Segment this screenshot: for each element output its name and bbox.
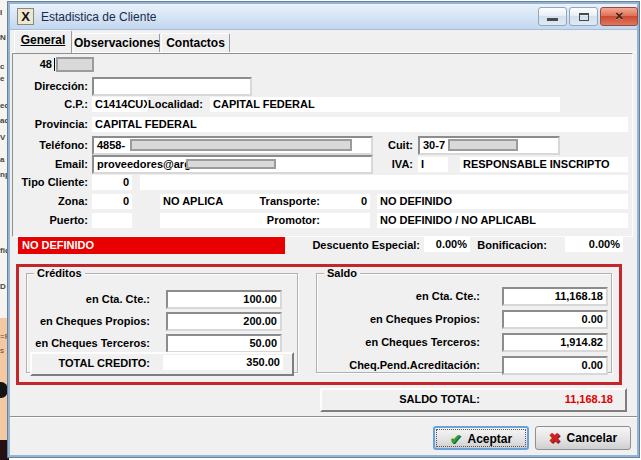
cuit-label: Cuit:: [340, 138, 413, 153]
status-banner: NO DEFINIDO: [18, 237, 285, 254]
telefono-field[interactable]: 4858-: [92, 136, 373, 155]
email-redaction: [186, 159, 276, 169]
saldo-cta-cte-field[interactable]: 11,168.18: [502, 287, 608, 306]
redaction-caret: [54, 58, 55, 71]
separator: [10, 416, 637, 418]
saldo-total-label: SALDO TOTAL:: [320, 392, 480, 407]
cancelar-button-label: Cancelar: [567, 431, 618, 445]
bg-text-fragment: a: [0, 155, 4, 164]
puerto-label: Puerto:: [10, 213, 88, 228]
window-title: Estadistica de Cliente: [41, 10, 156, 24]
saldo-cheques-terceros-field[interactable]: 1,914.82: [502, 333, 608, 352]
creditos-cheques-terceros-label: en Cheques Terceros:: [26, 336, 150, 351]
bg-text-fragment: N: [0, 33, 6, 42]
saldo-cheques-propios-label: en Cheques Propios:: [316, 312, 480, 327]
saldo-cta-cte-label: en Cta. Cte.:: [316, 289, 480, 304]
total-credito-label: TOTAL CREDITO:: [36, 356, 150, 371]
bonificacion-field[interactable]: 0.00%: [565, 237, 623, 252]
creditos-cta-cte-field[interactable]: 100.00: [166, 290, 282, 309]
creditos-group-title: Créditos: [34, 267, 85, 280]
creditos-cheques-terceros-field[interactable]: 50.00: [166, 334, 282, 353]
close-button[interactable]: ✕: [600, 7, 638, 26]
tab-general-label: General: [21, 33, 66, 47]
email-label: Email:: [10, 157, 88, 172]
iva-label: IVA:: [340, 157, 413, 172]
cuit-value: 30-7: [423, 139, 445, 151]
tab-observaciones-label: Observaciones: [74, 36, 160, 50]
promotor-desc-field[interactable]: NO DEFINIDO / NO APLICABL: [377, 213, 628, 228]
puerto-code-field[interactable]: [92, 213, 132, 228]
focus-rect: [436, 429, 526, 447]
iva-code-field[interactable]: I: [418, 157, 448, 172]
creditos-cheques-propios-field[interactable]: 200.00: [166, 312, 282, 331]
x-icon: ✖: [549, 430, 561, 446]
promotor-label: Promotor:: [250, 213, 320, 228]
saldo-cheques-propios-field[interactable]: 0.00: [502, 310, 608, 329]
cp-label: C.P.:: [10, 97, 88, 112]
tipo-cliente-field[interactable]: 0: [92, 175, 132, 190]
tab-contactos-label: Contactos: [166, 36, 225, 50]
tipo-cliente-label: Tipo Cliente:: [10, 175, 88, 190]
window-titlebar[interactable]: X Estadistica de Cliente ✕: [10, 4, 637, 30]
aceptar-button[interactable]: ✔Aceptar: [433, 426, 529, 450]
email-field[interactable]: proveedores@arg: [92, 155, 373, 174]
zona-code-field[interactable]: 0: [92, 194, 132, 209]
saldo-cheq-pend-acreditacion-field[interactable]: 0.00: [502, 356, 608, 375]
localidad-label: Localidad:: [110, 97, 203, 112]
minimize-button[interactable]: [538, 7, 567, 26]
descuento-especial-label: Descuento Especial:: [300, 238, 420, 253]
email-value: proveedores@arg: [97, 158, 191, 170]
promotor-code-field[interactable]: [330, 213, 370, 228]
tab-general[interactable]: General: [14, 30, 72, 53]
direccion-label: Dirección:: [10, 79, 88, 94]
transporte-label: Transporte:: [250, 194, 320, 209]
maximize-button[interactable]: [569, 7, 598, 26]
bonificacion-label: Bonificacion:: [475, 238, 547, 253]
tab-contactos[interactable]: Contactos: [161, 33, 230, 53]
maximize-icon: [579, 13, 589, 21]
provincia-field[interactable]: CAPITAL FEDERAL: [92, 117, 628, 132]
transporte-code-field[interactable]: 0: [330, 194, 370, 209]
telefono-redaction: [130, 139, 352, 151]
saldo-cheq-pend-acreditacion-label: Cheq.Pend.Acreditación:: [316, 358, 480, 373]
tab-observaciones[interactable]: Observaciones: [73, 33, 160, 53]
creditos-cheques-propios-label: en Cheques Propios:: [26, 314, 150, 329]
transporte-desc-field[interactable]: NO DEFINIDO: [377, 194, 628, 209]
tipo-cliente-desc-field[interactable]: [140, 175, 628, 190]
bg-text-fragment: c: [0, 62, 4, 71]
estadistica-de-cliente-dialog: X Estadistica de Cliente ✕ General Obser…: [8, 2, 639, 457]
descuento-especial-field[interactable]: 0.00%: [424, 237, 470, 252]
total-credito-field: 350.00: [163, 355, 283, 370]
bg-text-fragment: s: [0, 346, 4, 355]
zona-label: Zona:: [10, 194, 88, 209]
localidad-field[interactable]: CAPITAL FEDERAL: [210, 97, 560, 112]
cuit-redaction: [448, 139, 518, 151]
window-x-icon: X: [17, 8, 34, 25]
telefono-label: Teléfono:: [10, 138, 88, 153]
bg-text-fragment: V: [0, 133, 5, 142]
bg-text-fragment: D: [0, 282, 6, 291]
saldo-total-value: 11,168.18: [510, 392, 613, 407]
bg-text-fragment: I: [0, 8, 2, 17]
cuit-field[interactable]: 30-7: [418, 136, 560, 155]
close-icon: ✕: [601, 10, 637, 23]
provincia-label: Provincia:: [10, 117, 88, 132]
iva-desc-field[interactable]: RESPONSABLE INSCRIPTO: [460, 157, 628, 172]
direccion-field[interactable]: [92, 77, 252, 96]
cliente-numero-value: 48: [10, 57, 52, 72]
minimize-icon: [547, 18, 558, 21]
cliente-nombre-redaction: [56, 57, 94, 72]
saldo-cheques-terceros-label: en Cheques Terceros:: [316, 335, 480, 350]
bg-text-fragment: e: [0, 74, 4, 83]
creditos-cta-cte-label: en Cta. Cte.:: [26, 292, 150, 307]
saldo-group-title: Saldo: [324, 267, 360, 280]
telefono-value: 4858-: [97, 139, 125, 151]
cancelar-button[interactable]: ✖Cancelar: [535, 426, 631, 450]
